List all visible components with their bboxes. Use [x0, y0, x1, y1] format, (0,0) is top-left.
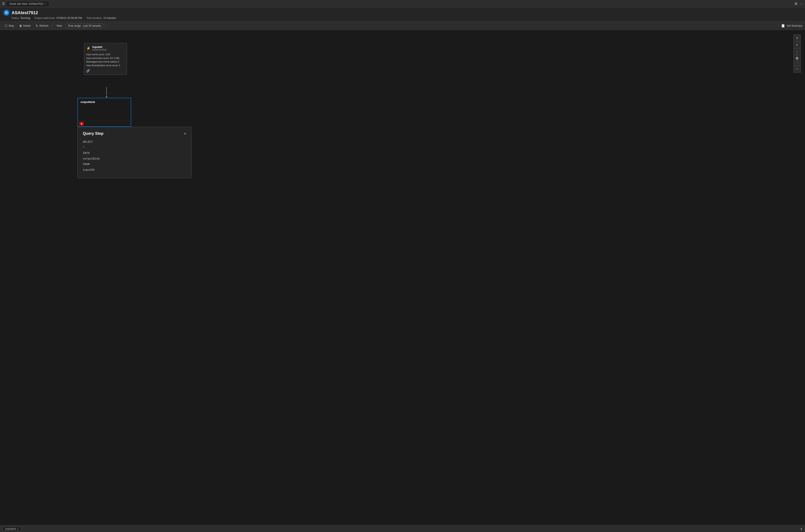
- node-title-block: inputeh InputEventHub: [92, 45, 107, 51]
- query-close-button[interactable]: ×: [184, 132, 186, 136]
- title-bar-right: ⊞ ···: [795, 2, 803, 5]
- query-line-2: *: [83, 145, 186, 150]
- output-node-body: [78, 106, 131, 121]
- active-tab[interactable]: Cloud Job View: ASAtest7912 ×: [7, 1, 49, 6]
- app-title-icon: [3, 10, 10, 16]
- time-range-button[interactable]: Time range : Last 30 minutes: [65, 23, 104, 28]
- bottom-tab[interactable]: outputblob ∨: [3, 527, 21, 531]
- query-line-1: SELECT: [83, 139, 186, 145]
- zoom-fit-icon: ⊡: [796, 37, 798, 39]
- query-popup-title: Query Step: [83, 131, 104, 136]
- chevron-up-button[interactable]: ∧: [800, 527, 802, 531]
- zoom-slider[interactable]: [793, 49, 801, 65]
- node-stats: Input events (sum): 1149 Input event byt…: [86, 53, 125, 67]
- input-node[interactable]: ⚡ inputeh InputEventHub Input events (su…: [84, 43, 127, 75]
- zoom-track: [797, 51, 797, 63]
- job-summary-button[interactable]: 📋 Job Summary: [781, 24, 802, 28]
- layout-icon[interactable]: ⊞: [795, 2, 798, 5]
- query-line-6: inputEH: [83, 167, 186, 173]
- app-meta: Status Running Output watermark 07/06/21…: [3, 17, 802, 20]
- stop-button[interactable]: ☐ Stop: [3, 23, 16, 28]
- refresh-icon: ↻: [36, 24, 38, 27]
- query-code: SELECT * INTO outputBlob FROM inputEH: [83, 139, 186, 173]
- app-title: ASAtest7912: [3, 10, 802, 16]
- zoom-fit-button[interactable]: ⊡: [793, 35, 801, 41]
- more-icon[interactable]: ···: [800, 2, 803, 5]
- svg-point-0: [5, 12, 8, 14]
- node-link-icon[interactable]: 🔗: [86, 69, 125, 73]
- zoom-thumb[interactable]: [796, 57, 798, 59]
- query-line-4: outputBlob: [83, 156, 186, 162]
- bottom-right: ∧: [800, 527, 802, 531]
- toolbar-separator-2: [106, 24, 106, 28]
- output-node-header: outputblob: [78, 98, 131, 106]
- query-popup-header: Query Step ×: [83, 131, 186, 136]
- tab-close-button[interactable]: ×: [45, 3, 46, 5]
- page-title: ASAtest7912: [12, 10, 38, 15]
- zoom-plus-icon: +: [796, 43, 798, 47]
- connector: ▼: [105, 87, 108, 99]
- duration-label: Total duration 13 minutes: [86, 17, 116, 20]
- node-header: ⚡ inputeh InputEventHub: [86, 45, 125, 51]
- title-bar-left: ☰ Cloud Job View: ASAtest7912 ×: [2, 1, 49, 6]
- zoom-controls: ⊡ + −: [793, 34, 801, 73]
- toolbar: ☐ Stop 🗑 Delete ↻ Refresh View Time rang…: [0, 21, 805, 30]
- output-node-footer: {}: [78, 121, 131, 127]
- query-line-5: FROM: [83, 162, 186, 167]
- refresh-button[interactable]: ↻ Refresh: [34, 23, 51, 28]
- stop-icon: ☐: [5, 24, 7, 27]
- chevron-down-icon: ∨: [17, 528, 19, 530]
- app-header: ASAtest7912 Status Running Output waterm…: [0, 7, 805, 21]
- zoom-in-button[interactable]: +: [793, 41, 801, 49]
- title-bar: ☰ Cloud Job View: ASAtest7912 × ⊞ ···: [0, 0, 805, 7]
- watermark-label: Output watermark 07/06/21 02:58:08 PM: [34, 17, 82, 20]
- zoom-minus-icon: −: [796, 67, 798, 71]
- status-label: Status Running: [12, 17, 30, 20]
- canvas-area: ⊡ + − ⚡ inputeh InputEventHub Input even…: [0, 30, 805, 525]
- toolbar-right: 📋 Job Summary: [781, 24, 802, 28]
- query-line-3: INTO: [83, 150, 186, 156]
- toolbar-separator: [52, 24, 53, 28]
- view-button[interactable]: View: [54, 23, 64, 28]
- connector-line: [106, 87, 107, 96]
- query-popup: Query Step × SELECT * INTO outputBlob FR…: [77, 127, 191, 178]
- output-node[interactable]: outputblob {}: [77, 98, 131, 127]
- node-icon: ⚡: [86, 46, 91, 50]
- delete-icon: 🗑: [19, 24, 22, 27]
- tab-label: Cloud Job View: ASAtest7912: [9, 2, 43, 5]
- bottom-bar: outputblob ∨ ∧: [0, 525, 805, 532]
- zoom-out-button[interactable]: −: [793, 65, 801, 73]
- query-badge-button[interactable]: {}: [79, 122, 84, 126]
- delete-button[interactable]: 🗑 Delete: [17, 23, 33, 28]
- job-summary-icon: 📋: [781, 24, 785, 28]
- hamburger-icon[interactable]: ☰: [2, 2, 5, 5]
